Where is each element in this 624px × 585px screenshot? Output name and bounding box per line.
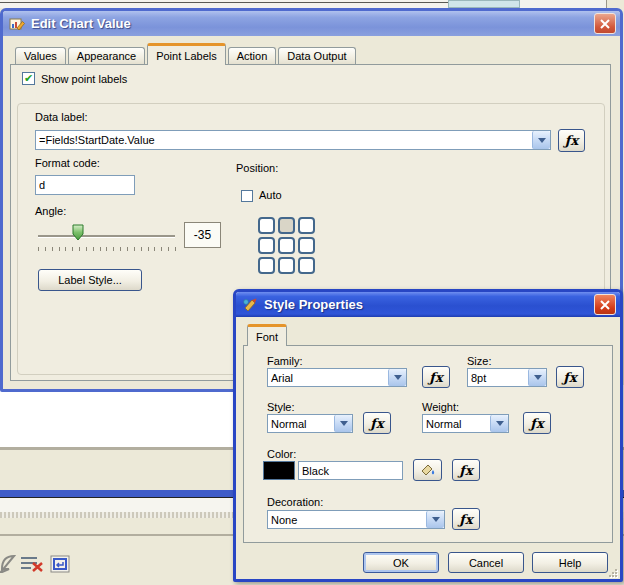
auto-label: Auto — [259, 189, 282, 201]
style-fx-button[interactable]: ƒx — [363, 412, 391, 434]
chevron-down-icon — [394, 375, 402, 380]
show-point-labels-label: Show point labels — [41, 73, 127, 85]
weight-input[interactable] — [423, 415, 490, 432]
position-grid-checkbox[interactable] — [278, 237, 295, 254]
format-code-input[interactable] — [36, 176, 134, 194]
position-grid — [258, 217, 315, 274]
style-properties-dialog: Style Properties Font Family: ƒx Size: — [233, 289, 623, 582]
close-icon — [600, 300, 610, 310]
weight-combobox[interactable] — [422, 414, 509, 433]
family-label: Family: — [267, 355, 302, 367]
close-button[interactable] — [594, 294, 616, 315]
chevron-down-icon — [534, 375, 542, 380]
background-rule — [0, 2, 448, 3]
color-label: Color: — [267, 448, 296, 460]
enter-box-icon[interactable] — [50, 555, 70, 573]
help-button[interactable]: Help — [532, 552, 608, 573]
position-grid-checkbox[interactable] — [278, 257, 295, 274]
tab-point-labels[interactable]: Point Labels — [147, 43, 226, 65]
chevron-down-icon — [538, 138, 546, 143]
style-label: Style: — [267, 401, 295, 413]
color-field[interactable] — [298, 461, 403, 480]
data-label-fx-button[interactable]: ƒx — [558, 129, 585, 152]
format-code-label: Format code: — [35, 157, 100, 169]
slider-tick-marks — [38, 247, 177, 251]
close-icon — [600, 19, 610, 29]
tab-strip: Values Appearance Point Labels Action Da… — [15, 43, 358, 65]
weight-fx-button[interactable]: ƒx — [523, 412, 551, 434]
family-fx-button[interactable]: ƒx — [422, 366, 450, 388]
paint-bucket-icon — [420, 463, 436, 477]
partial-arrow-icon[interactable] — [0, 553, 16, 573]
style-input[interactable] — [268, 415, 334, 432]
label-style-button[interactable]: Label Style... — [38, 269, 142, 291]
position-grid-checkbox[interactable] — [258, 217, 275, 234]
chevron-down-icon — [496, 421, 504, 426]
screen: Edit Chart Value Values Appearance Point… — [0, 0, 624, 585]
dropdown-button[interactable] — [426, 511, 444, 528]
decoration-fx-button[interactable]: ƒx — [452, 508, 480, 530]
size-fx-button[interactable]: ƒx — [556, 366, 584, 388]
angle-slider-track[interactable] — [38, 235, 175, 237]
dialog-title: Style Properties — [264, 297, 363, 312]
decoration-label: Decoration: — [267, 496, 323, 508]
tab-data-output[interactable]: Data Output — [278, 47, 355, 65]
position-grid-checkbox[interactable] — [278, 217, 295, 234]
angle-value: -35 — [184, 222, 221, 248]
cancel-button[interactable]: Cancel — [448, 552, 524, 573]
position-grid-checkbox[interactable] — [298, 237, 315, 254]
data-label-input[interactable] — [36, 131, 532, 149]
dropdown-button[interactable] — [532, 131, 550, 149]
ok-button[interactable]: OK — [363, 552, 439, 573]
chevron-down-icon — [432, 517, 440, 522]
tab-action[interactable]: Action — [228, 47, 277, 65]
tab-appearance[interactable]: Appearance — [68, 47, 145, 65]
style-properties-icon — [242, 297, 258, 313]
format-code-field[interactable] — [35, 175, 135, 195]
angle-label: Angle: — [35, 205, 66, 217]
size-combobox[interactable] — [467, 368, 547, 387]
style-combobox[interactable] — [267, 414, 353, 433]
show-point-labels-checkbox[interactable]: ✔ — [22, 72, 35, 85]
size-label: Size: — [467, 355, 491, 367]
edit-chart-value-titlebar[interactable]: Edit Chart Value — [3, 11, 620, 36]
angle-slider-thumb[interactable] — [72, 224, 85, 242]
weight-label: Weight: — [422, 401, 459, 413]
data-label-label: Data label: — [35, 111, 88, 123]
tab-values[interactable]: Values — [15, 47, 66, 65]
color-swatch — [263, 461, 295, 480]
close-button[interactable] — [594, 13, 616, 34]
position-grid-checkbox[interactable] — [258, 257, 275, 274]
check-icon: ✔ — [24, 73, 33, 84]
auto-checkbox[interactable] — [241, 190, 253, 202]
data-label-combobox[interactable] — [35, 130, 551, 150]
position-grid-checkbox[interactable] — [258, 237, 275, 254]
color-input[interactable] — [299, 462, 402, 479]
style-properties-titlebar[interactable]: Style Properties — [236, 292, 620, 317]
background-fragment — [606, 0, 624, 8]
background-widget-fragment — [448, 0, 520, 8]
font-tab-page: Family: ƒx Size: ƒx Style: ƒx Weight: — [243, 345, 613, 543]
dropdown-button[interactable] — [388, 369, 406, 386]
dropdown-button[interactable] — [490, 415, 508, 432]
dialog-title: Edit Chart Value — [31, 16, 131, 31]
position-label: Position: — [236, 162, 278, 174]
dropdown-button[interactable] — [528, 369, 546, 386]
resize-grip[interactable] — [609, 569, 617, 577]
decoration-combobox[interactable] — [267, 510, 445, 529]
tab-strip: Font — [247, 324, 289, 346]
dropdown-button[interactable] — [334, 415, 352, 432]
size-input[interactable] — [468, 369, 528, 386]
chevron-down-icon — [340, 421, 348, 426]
color-fx-button[interactable]: ƒx — [452, 459, 480, 481]
family-input[interactable] — [268, 369, 388, 386]
edit-chart-icon — [9, 16, 25, 32]
tab-font[interactable]: Font — [247, 324, 287, 346]
decoration-input[interactable] — [268, 511, 426, 528]
position-grid-checkbox[interactable] — [298, 217, 315, 234]
color-picker-button[interactable] — [413, 459, 442, 481]
clear-list-icon[interactable] — [20, 555, 46, 573]
family-combobox[interactable] — [267, 368, 407, 387]
position-grid-checkbox[interactable] — [298, 257, 315, 274]
